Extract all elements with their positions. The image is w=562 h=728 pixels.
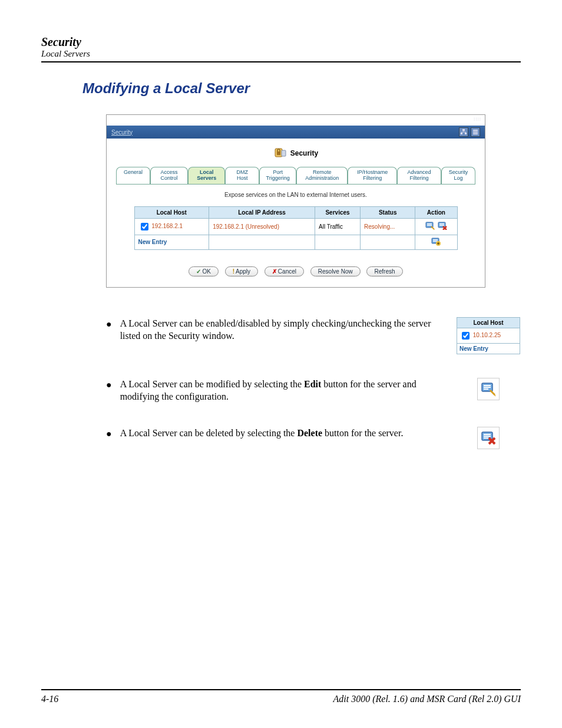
add-icon[interactable] bbox=[431, 238, 441, 246]
tab-label: Local Servers bbox=[197, 169, 216, 181]
tab-local-servers[interactable]: Local Servers bbox=[188, 167, 225, 184]
col-action: Action bbox=[415, 206, 457, 218]
tab-label: Security Log bbox=[449, 169, 468, 181]
svg-rect-0 bbox=[462, 129, 465, 131]
tab-remote-administration[interactable]: Remote Administration bbox=[296, 167, 348, 184]
enable-checkbox[interactable] bbox=[141, 223, 148, 230]
svg-rect-11 bbox=[427, 225, 432, 226]
cell-services: All Traffic bbox=[315, 218, 361, 235]
mini-value-cell: 10.10.2.25 bbox=[457, 328, 520, 343]
svg-rect-25 bbox=[484, 436, 491, 437]
delete-icon[interactable] bbox=[438, 222, 447, 230]
new-entry-link[interactable]: New Entry bbox=[138, 239, 167, 245]
resolve-now-button[interactable]: Resolve Now bbox=[310, 266, 361, 276]
x-icon: ✗ bbox=[272, 268, 277, 275]
panel-title: Security bbox=[290, 149, 318, 157]
bold-span: Delete bbox=[297, 428, 322, 438]
text-span: A Local Server can be modified by select… bbox=[120, 379, 304, 389]
host-link[interactable]: 192.168.2.1 bbox=[151, 223, 183, 229]
tab-label: Access Control bbox=[161, 169, 178, 181]
svg-rect-10 bbox=[427, 223, 432, 225]
panel-description: Expose services on the LAN to external I… bbox=[116, 192, 475, 198]
svg-rect-20 bbox=[484, 385, 491, 386]
security-lock-icon bbox=[273, 147, 286, 160]
svg-rect-8 bbox=[282, 150, 286, 156]
bullet-dot-icon: ● bbox=[106, 379, 112, 390]
local-host-mini-table: Local Host 10.10.2.25 New Entry bbox=[457, 317, 520, 354]
cell-status: Resolving... bbox=[361, 218, 415, 235]
svg-rect-7 bbox=[277, 151, 280, 155]
svg-rect-3 bbox=[473, 130, 478, 131]
header-title: Security bbox=[41, 35, 521, 49]
refresh-button[interactable]: Refresh bbox=[366, 266, 402, 276]
tab-security-log[interactable]: Security Log bbox=[441, 167, 475, 184]
bold-span: Edit bbox=[304, 379, 321, 389]
tab-advanced-filtering[interactable]: Advanced Filtering bbox=[397, 167, 441, 184]
tab-label: DMZ Host bbox=[236, 169, 248, 181]
screenshot-topbar: :::: bbox=[107, 115, 485, 126]
ok-button[interactable]: ✓OK bbox=[189, 266, 218, 276]
tab-general[interactable]: General bbox=[116, 167, 150, 184]
bullet-list: ● A Local Server can be enabled/disabled… bbox=[106, 317, 521, 449]
decorative-dots: :::: bbox=[474, 116, 481, 121]
svg-rect-13 bbox=[439, 223, 444, 225]
page-footer: 4-16 Adit 3000 (Rel. 1.6) and MSR Card (… bbox=[41, 689, 521, 704]
local-servers-table: Local Host Local IP Address Services Sta… bbox=[134, 206, 458, 250]
delete-icon-example bbox=[477, 427, 500, 449]
svg-rect-26 bbox=[484, 437, 488, 439]
check-icon: ✓ bbox=[196, 268, 201, 275]
bullet-dot-icon: ● bbox=[106, 428, 112, 439]
bullet-2: ● A Local Server can be modified by sele… bbox=[106, 378, 521, 403]
mini-host-link[interactable]: 10.10.2.25 bbox=[473, 332, 501, 338]
new-entry-cell[interactable]: New Entry bbox=[134, 235, 209, 249]
mini-new-entry[interactable]: New Entry bbox=[457, 343, 520, 354]
tab-row: General Access Control Local Servers DMZ… bbox=[116, 167, 475, 185]
bullet-3-text: A Local Server can be deleted by selecti… bbox=[120, 427, 448, 440]
tab-label: Remote Administration bbox=[305, 169, 339, 181]
tab-label: IP/Hostname Filtering bbox=[357, 169, 388, 181]
svg-rect-4 bbox=[473, 131, 478, 133]
sitemap-icon[interactable] bbox=[459, 127, 468, 137]
tab-dmz-host[interactable]: DMZ Host bbox=[225, 167, 259, 184]
text-span: button for the server. bbox=[322, 428, 403, 438]
cell-local-host: 192.168.2.1 bbox=[134, 218, 209, 235]
button-row: ✓OK !Apply ✗Cancel Resolve Now Refresh bbox=[116, 266, 475, 276]
cancel-label: Cancel bbox=[278, 268, 296, 275]
svg-rect-14 bbox=[439, 225, 444, 226]
exclaim-icon: ! bbox=[233, 268, 234, 275]
bullet-dot-icon: ● bbox=[106, 318, 112, 330]
cancel-button[interactable]: ✗Cancel bbox=[265, 266, 304, 276]
col-status: Status bbox=[361, 206, 415, 218]
tab-access-control[interactable]: Access Control bbox=[150, 167, 188, 184]
mini-header: Local Host bbox=[457, 317, 520, 328]
svg-rect-16 bbox=[433, 239, 438, 241]
table-row-new-entry: New Entry bbox=[134, 235, 457, 249]
svg-rect-2 bbox=[465, 133, 467, 134]
svg-rect-1 bbox=[461, 133, 462, 134]
table-row: 192.168.2.1 192.168.2.1 (Unresolved) All… bbox=[134, 218, 457, 235]
tab-port-triggering[interactable]: Port Triggering bbox=[259, 167, 296, 184]
apply-label: Apply bbox=[236, 268, 250, 275]
cell-action bbox=[415, 218, 457, 235]
mini-new-entry-link[interactable]: New Entry bbox=[459, 345, 488, 352]
edit-icon[interactable] bbox=[425, 222, 435, 230]
bullet-2-text: A Local Server can be modified by select… bbox=[120, 378, 448, 403]
svg-rect-24 bbox=[484, 434, 491, 435]
apply-button[interactable]: !Apply bbox=[225, 266, 258, 276]
ok-label: OK bbox=[202, 268, 210, 275]
page-number: 4-16 bbox=[41, 694, 58, 704]
svg-rect-22 bbox=[484, 388, 488, 390]
cell-local-ip: 192.168.2.1 (Unresolved) bbox=[209, 218, 315, 235]
text-span: A Local Server can be deleted by selecti… bbox=[120, 428, 297, 438]
col-local-ip: Local IP Address bbox=[209, 206, 315, 218]
list-icon[interactable] bbox=[471, 127, 480, 137]
tab-ip-hostname-filtering[interactable]: IP/Hostname Filtering bbox=[348, 167, 397, 184]
mini-enable-checkbox[interactable] bbox=[462, 332, 470, 340]
svg-rect-5 bbox=[473, 133, 478, 134]
tab-label: Port Triggering bbox=[266, 169, 290, 181]
col-services: Services bbox=[315, 206, 361, 218]
breadcrumb[interactable]: Security bbox=[111, 129, 133, 136]
section-title: Modifying a Local Server bbox=[82, 80, 521, 97]
edit-icon-example bbox=[477, 378, 500, 400]
bullet-3: ● A Local Server can be deleted by selec… bbox=[106, 427, 521, 449]
